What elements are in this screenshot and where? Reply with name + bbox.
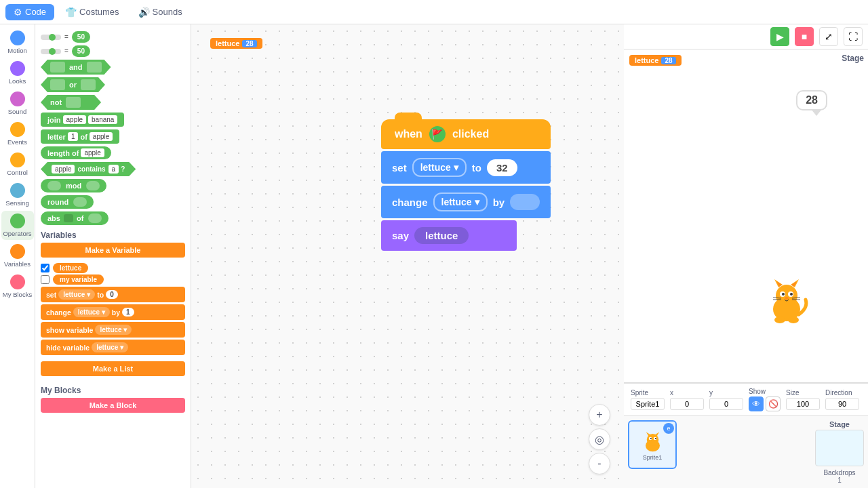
y-group: y [709, 389, 743, 410]
var-chip-lettuce[interactable]: lettuce [53, 263, 88, 273]
length-word[interactable]: apple [81, 148, 104, 157]
length-block[interactable]: length of apple [41, 146, 111, 159]
round-label: round [47, 198, 68, 206]
operators-dot [10, 214, 25, 228]
hide-var-block[interactable]: hide variable lettuce ▾ [41, 340, 185, 355]
tab-sounds-label: Sounds [153, 7, 182, 17]
set-val[interactable]: 0 [106, 290, 118, 299]
join-input1[interactable]: apple [63, 115, 86, 124]
change-stack-block[interactable]: change lettuce ▾ by [381, 186, 551, 218]
y-label: y [709, 389, 743, 396]
my-blocks-title: My Blocks [41, 386, 185, 395]
sidebar-item-myblocks[interactable]: My Blocks [1, 272, 34, 301]
tab-costumes[interactable]: 👕 Costumes [57, 4, 127, 20]
expand-button[interactable]: ⛶ [844, 27, 863, 46]
show-visible-icon[interactable]: 👁 [749, 396, 764, 411]
change-val[interactable]: 1 [122, 308, 134, 317]
change-block[interactable]: change lettuce ▾ by 1 [41, 304, 185, 320]
slider-row-1: = 50 [41, 31, 185, 43]
sidebar-item-events[interactable]: Events [1, 119, 34, 148]
zoom-in-button[interactable]: + [589, 404, 610, 426]
zoom-out-button[interactable]: - [589, 453, 610, 474]
direction-input[interactable] [825, 398, 859, 410]
make-block-button[interactable]: Make a Block [41, 398, 185, 413]
var-chip-myvariable[interactable]: my variable [53, 274, 104, 285]
sidebar-label-events: Events [7, 138, 27, 146]
change-by-text: by [493, 197, 505, 208]
abs-block-row: abs of [41, 211, 185, 225]
letter-block[interactable]: letter 1 of apple [41, 129, 119, 144]
sprite-name-group: Sprite [631, 389, 665, 410]
say-val[interactable]: lettuce [414, 227, 469, 244]
abs-block[interactable]: abs of [41, 211, 108, 225]
tab-sounds[interactable]: 🔊 Sounds [130, 4, 191, 20]
tab-code-label: Code [25, 7, 46, 17]
set-var-dropdown[interactable]: lettuce ▾ [412, 158, 467, 177]
make-variable-button[interactable]: Make a Variable [41, 243, 185, 258]
change-label: change [46, 308, 71, 317]
set-stack-block[interactable]: set lettuce ▾ to 32 [381, 151, 551, 184]
var-row-lettuce: lettuce [41, 263, 185, 273]
sidebar-label-control: Control [7, 169, 28, 176]
letter-num[interactable]: 1 [68, 132, 79, 141]
x-input[interactable] [670, 398, 704, 410]
slider-2[interactable]: = 50 [41, 45, 90, 57]
sidebar-item-sound[interactable]: Sound [1, 89, 34, 118]
change-var: lettuce ▾ [73, 307, 110, 317]
sprite1-thumb[interactable]: e Sprite1 [628, 420, 677, 469]
sidebar-label-myblocks: My Blocks [3, 291, 32, 298]
set-block[interactable]: set lettuce ▾ to 0 [41, 287, 185, 302]
not-block[interactable]: not [41, 95, 101, 110]
say-stack-block[interactable]: say lettuce [381, 220, 517, 251]
size-input[interactable] [786, 398, 820, 410]
sprite1-badge: e [663, 423, 674, 434]
contains-block[interactable]: apple contains a ? [41, 162, 136, 176]
show-hidden-icon[interactable]: 🚫 [766, 396, 781, 411]
sidebar-item-operators[interactable]: Operators [1, 211, 34, 240]
sidebar-item-sensing[interactable]: Sensing [1, 180, 34, 209]
slider-1[interactable]: = 50 [41, 31, 90, 43]
sidebar-item-looks[interactable]: Looks [1, 58, 34, 87]
tab-code[interactable]: ⚙ Code [5, 4, 54, 20]
cat-sprite [760, 274, 814, 328]
join-block[interactable]: join apple banana [41, 113, 124, 127]
letter-word[interactable]: apple [90, 132, 113, 141]
contains-word[interactable]: apple [52, 165, 75, 174]
change-var-dropdown[interactable]: lettuce ▾ [433, 192, 488, 211]
and-block[interactable]: and [41, 60, 111, 75]
mod-block[interactable]: mod [41, 179, 106, 192]
sidebar-item-motion[interactable]: Motion [1, 28, 34, 57]
sidebar-item-variables[interactable]: Variables [1, 241, 34, 270]
hat-block[interactable]: when 🚩 clicked [381, 119, 551, 149]
sidebar: Motion Looks Sound Events Control Sensin… [0, 24, 35, 488]
length-label: length of [47, 149, 79, 157]
round-block[interactable]: round [41, 195, 94, 209]
or-label: or [69, 81, 77, 89]
svg-point-9 [790, 293, 793, 296]
var-checkbox-myvariable[interactable] [41, 275, 50, 284]
or-block[interactable]: or [41, 77, 105, 92]
top-bar: ⚙ Code 👕 Costumes 🔊 Sounds [0, 0, 868, 24]
make-list-button[interactable]: Make a List [41, 361, 185, 376]
var-checkbox-lettuce[interactable] [41, 264, 50, 272]
costumes-icon: 👕 [65, 7, 77, 18]
sidebar-item-control[interactable]: Control [1, 150, 34, 179]
stage-thumb[interactable] [815, 430, 864, 466]
set-to-text: to [472, 162, 481, 174]
fullscreen-button[interactable]: ⤢ [819, 27, 838, 46]
y-input[interactable] [709, 398, 743, 410]
change-dropdown-arrow: ▾ [475, 197, 479, 207]
show-var-block[interactable]: show variable lettuce ▾ [41, 322, 185, 338]
change-by-oval[interactable] [510, 194, 540, 210]
stop-button[interactable]: ■ [795, 27, 814, 46]
join-input2[interactable]: banana [88, 115, 117, 124]
set-value-32[interactable]: 32 [487, 159, 517, 176]
flag-icon: 🚩 [429, 126, 446, 142]
slider-val-1: 50 [72, 31, 90, 43]
contains-letter[interactable]: a [108, 165, 119, 174]
sidebar-label-sound: Sound [8, 108, 26, 115]
green-flag-button[interactable]: ▶ [770, 27, 789, 46]
sprite-name-input[interactable] [631, 398, 665, 410]
direction-label: Direction [825, 389, 859, 396]
zoom-reset-button[interactable]: ◎ [589, 428, 610, 450]
